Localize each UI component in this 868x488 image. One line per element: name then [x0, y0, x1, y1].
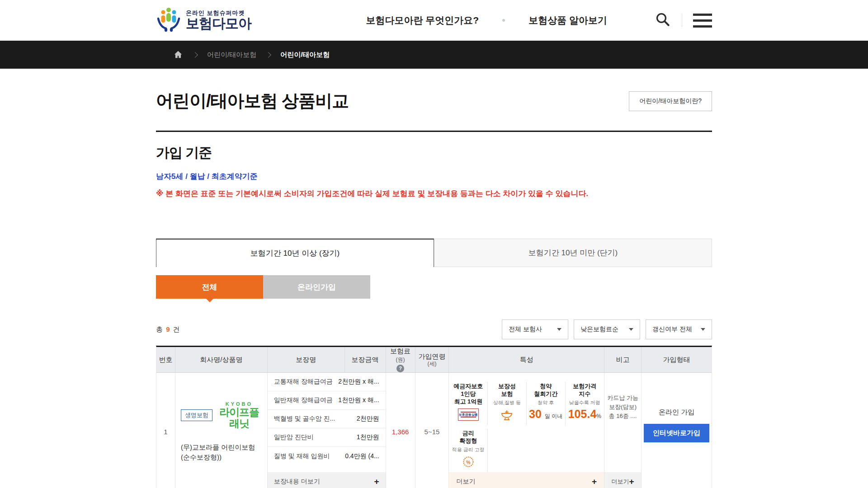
coverage-item: 교통재해 장해급여금 2천만원 x 해... [268, 373, 386, 391]
coverage-item: 일반암 진단비 1천만원 [268, 428, 386, 447]
feature-deposit-protection: 예금자보호 1인당 최고 1억원 보호금융상품 [449, 382, 488, 425]
chevron-down-icon [557, 328, 561, 331]
tab-long-term[interactable]: 보험기간 10년 이상 (장기) [156, 239, 434, 267]
premium-help-icon[interactable]: ? [396, 365, 404, 372]
breadcrumb-item-current[interactable]: 어린이/태아보험 [280, 51, 330, 59]
col-company: 회사명/상품명 [175, 347, 268, 372]
chevron-right-icon [192, 52, 198, 58]
sort-order-select[interactable]: 낮은보험료순 [574, 319, 640, 339]
product-name: (무)교보라플 어린이보험(순수보장형)) [181, 442, 262, 463]
col-premium: 보험료(원) ? [386, 347, 415, 372]
site-logo[interactable]: 온라인 보험슈퍼마켓 보험다모아 [156, 7, 251, 34]
percent-circle-icon: % [450, 456, 486, 468]
deposit-protection-stamp-icon: 보호금융상품 [458, 408, 479, 421]
tab-online-join[interactable]: 온라인가입 [263, 275, 370, 299]
feature-protection-type: 보장성 보험 상해,질병 등 [488, 382, 527, 425]
age-range: 5~15 [415, 373, 449, 488]
coverage-cell: 교통재해 장해급여금 2천만원 x 해... 일반재해 장해급여금 1천만원 x… [268, 373, 386, 488]
table-header-row: 번호 회사명/상품명 보장명 보장금액 보험료(원) ? 가입연령 (세) 특성… [156, 347, 712, 373]
home-icon[interactable] [173, 50, 183, 60]
page-title: 어린이/태아보험 상품비교 [156, 89, 349, 113]
renewal-filter-select[interactable]: 갱신여부 전체 [646, 319, 712, 339]
comparison-table: 번호 회사명/상품명 보장명 보장금액 보험료(원) ? 가입연령 (세) 특성… [156, 346, 712, 488]
table-row: 1 생명보험 KYOBO 라이프플래닛 (무)교보라플 어린이보험(순수보장형)… [156, 373, 712, 488]
tab-short-term[interactable]: 보험기간 10년 미만 (단기) [434, 239, 712, 267]
medical-bowl-icon [489, 409, 525, 421]
criteria-heading: 가입 기준 [156, 144, 712, 162]
nav-dot-separator [502, 19, 505, 22]
coverage-more-button[interactable]: 보장내용 더보기 + [268, 472, 386, 488]
plus-icon: + [374, 477, 379, 486]
tab-all[interactable]: 전체 [156, 275, 263, 299]
criteria-basis: 남자5세 / 월납 / 최초계약기준 [156, 171, 712, 182]
logo-tagline: 온라인 보험슈퍼마켓 [186, 10, 251, 16]
svg-text:%: % [466, 459, 471, 465]
note-more-button[interactable]: 더보기+ [604, 472, 641, 488]
col-no: 번호 [156, 347, 175, 372]
internet-join-button[interactable]: 인터넷바로가입 [644, 424, 709, 442]
breadcrumb-item-1[interactable]: 어린이/태아보험 [207, 51, 256, 59]
nav-products[interactable]: 보험상품 알아보기 [528, 14, 607, 27]
row-number: 1 [156, 373, 175, 488]
insurance-type-badge: 생명보험 [181, 409, 212, 421]
features-more-button[interactable]: 더보기 + [449, 472, 604, 488]
global-nav: 보험다모아란 무엇인가요? 보험상품 알아보기 [366, 14, 607, 27]
site-header: 온라인 보험슈퍼마켓 보험다모아 보험다모아란 무엇인가요? 보험상품 알아보기 [0, 0, 868, 41]
col-note: 비고 [604, 347, 642, 372]
plus-icon: + [592, 477, 597, 486]
coverage-item: 백혈병 및 골수암 진... 2천만원 [268, 410, 386, 428]
what-is-insurance-button[interactable]: 어린이/태아보험이란? [629, 91, 712, 111]
col-coverage-name: 보장명 [268, 347, 345, 372]
col-features: 특성 [449, 347, 604, 372]
feature-fixed-rate: 금리 확정형 적용 금리 고정 % [449, 429, 488, 472]
col-join: 가입형태 [642, 347, 712, 372]
coverage-item: 질병 및 재해 입원비 0.4만원 (4... [268, 447, 386, 465]
col-coverage-amount: 보장금액 [345, 347, 386, 372]
header-divider [682, 14, 682, 27]
chevron-down-icon [701, 328, 705, 331]
col-age: 가입연령 (세) [415, 347, 449, 372]
period-tabs: 보험기간 10년 이상 (장기) 보험기간 10년 미만 (단기) [156, 239, 712, 267]
premium-value: 1,366 [386, 373, 415, 488]
logo-people-icon [156, 7, 181, 34]
insurer-logo[interactable]: KYOBO 라이프플래닛 [217, 401, 262, 430]
criteria-note: ※ 본 화면은 표준 또는 기본예시로써 소비자의 가입조건에 따라 실제 보험… [156, 188, 712, 199]
menu-icon[interactable] [693, 12, 712, 29]
result-count: 9 [166, 325, 170, 333]
feature-price-index: 보험가격 지수 낮을수록 저렴 105.4% [566, 382, 604, 425]
company-cell: 생명보험 KYOBO 라이프플래닛 (무)교보라플 어린이보험(순수보장형)) [175, 373, 268, 488]
feature-withdrawal-period: 청약 철회기간 청약 후 30 일 이내 [527, 382, 566, 425]
title-divider [156, 131, 712, 132]
chevron-right-icon [265, 52, 271, 58]
channel-tabs: 전체 온라인가입 [156, 275, 712, 299]
features-cell: 예금자보호 1인당 최고 1억원 보호금융상품 보장성 [449, 373, 604, 488]
note-text: 카드납 가능 보장(담보) 총 16종 .... [604, 373, 641, 421]
breadcrumb-bar: 어린이/태아보험 어린이/태아보험 [0, 41, 868, 69]
join-type-label: 온라인 가입 [659, 408, 694, 417]
note-cell: 카드납 가능 보장(담보) 총 16종 .... 더보기+ [604, 373, 642, 488]
plus-icon: + [629, 477, 634, 486]
search-icon[interactable] [655, 11, 671, 29]
chevron-down-icon [629, 328, 633, 331]
join-cell: 온라인 가입 인터넷바로가입 [642, 373, 712, 488]
total-count: 총 9 건 [156, 325, 180, 334]
logo-name: 보험다모아 [186, 16, 251, 31]
main-content: 어린이/태아보험 상품비교 어린이/태아보험이란? 가입 기준 남자5세 / 월… [156, 89, 712, 488]
insurer-filter-select[interactable]: 전체 보험사 [502, 319, 568, 339]
nav-what-is[interactable]: 보험다모아란 무엇인가요? [366, 14, 479, 27]
coverage-item: 일반재해 장해급여금 1천만원 x 해... [268, 391, 386, 410]
